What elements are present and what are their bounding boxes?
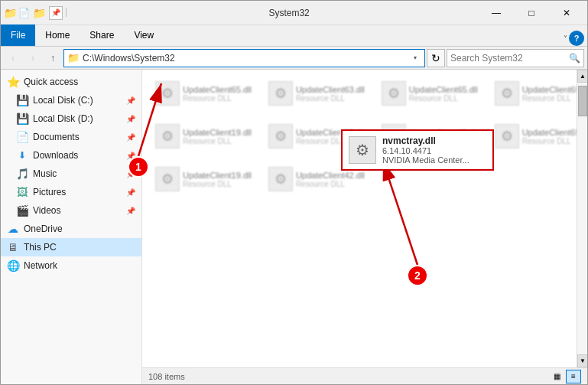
sidebar-item-downloads[interactable]: ⬇ Downloads 📌 (1, 146, 141, 165)
sidebar-label-documents: Documents (33, 132, 80, 142)
music-icon: 🎵 (16, 168, 28, 180)
pin-music-icon: 📌 (126, 170, 135, 178)
nvmctray-info: nvmctray.dll 6.14.10.4471 NVIDIA Media C… (382, 135, 469, 165)
dll-icon: ⚙ (268, 167, 293, 191)
local-disk-d-icon: 💾 (16, 113, 28, 125)
address-bar: ‹ › ↑ 📁 C:\Windows\System32 ▾ ↻ 🔍 (1, 47, 587, 70)
sidebar-item-documents[interactable]: 📄 Documents 📌 (1, 128, 141, 146)
sidebar-item-this-pc[interactable]: 🖥 This PC (1, 238, 141, 256)
sidebar-label-local-disk-c: Local Disk (C:) (33, 95, 93, 106)
file-item[interactable]: ⚙ UpdateClient65.dll Resource DLL (375, 76, 485, 116)
file-item[interactable]: ⚙ UpdateClient65.dll Resource DLL (488, 76, 577, 116)
scroll-thumb[interactable] (578, 86, 587, 116)
file-item[interactable]: ⚙ UpdateClient19.dll Resource DLL (148, 162, 258, 201)
dll-icon: ⚙ (268, 81, 293, 106)
address-folder-icon: 📁 (67, 52, 80, 64)
title-bar-controls: — □ ✕ (479, 1, 584, 25)
pin-downloads-icon: 📌 (126, 152, 135, 160)
file-item[interactable]: ⚙ UpdateClient65.dll Resource DLL (488, 119, 577, 158)
pin-docs-icon: 📌 (126, 133, 135, 142)
ribbon-tabs: File Home Share View ˅ ? (1, 25, 587, 47)
dll-icon: ⚙ (268, 124, 293, 148)
minimize-button[interactable]: — (479, 1, 514, 25)
scroll-up-button[interactable]: ▲ (577, 70, 587, 83)
dll-icon: ⚙ (155, 124, 180, 148)
back-button[interactable]: ‹ (4, 49, 22, 67)
sidebar-label-onedrive: OneDrive (24, 223, 63, 234)
sidebar-label-downloads: Downloads (33, 150, 78, 161)
file-grid: ⚙ UpdateClient65.dll Resource DLL ⚙ Upda… (142, 70, 577, 367)
sidebar-label-videos: Videos (33, 205, 60, 216)
item-count: 108 items (148, 372, 185, 381)
ribbon-chevron-icon[interactable]: ˅ (564, 34, 567, 43)
qs-separator: | (65, 6, 67, 20)
sidebar-label-music: Music (33, 168, 57, 179)
file-item[interactable]: ⚙ UpdateClient63.dll Resource DLL (262, 76, 372, 116)
pin-pictures-icon: 📌 (126, 188, 135, 197)
downloads-icon: ⬇ (16, 149, 28, 162)
scroll-track (577, 83, 587, 354)
search-icon-button[interactable]: 🔍 (568, 52, 580, 64)
main-area: ⭐ Quick access 💾 Local Disk (C:) 📌 💾 Loc… (1, 70, 587, 384)
sidebar-item-videos[interactable]: 🎬 Videos 📌 (1, 201, 141, 220)
nvmctray-desc: NVIDIA Media Center... (382, 155, 469, 165)
ribbon-right-controls: ˅ ? (564, 31, 587, 46)
tab-share[interactable]: Share (80, 24, 124, 46)
title-qs-icons: 📌 | (49, 6, 69, 20)
content-area: ⚙ UpdateClient65.dll Resource DLL ⚙ Upda… (142, 70, 587, 384)
tab-home[interactable]: Home (35, 24, 80, 46)
refresh-button[interactable]: ↻ (427, 49, 445, 67)
tab-view[interactable]: View (124, 24, 164, 46)
title-bar: 📁 📄 📁 📌 | System32 — □ ✕ (1, 1, 587, 25)
pin-videos-icon: 📌 (126, 207, 135, 215)
window-doc-icon: 📄 (18, 8, 30, 18)
file-explorer-window: 📁 📄 📁 📌 | System32 — □ ✕ File Home Share… (0, 0, 588, 385)
status-view-controls: ▦ ≡ (549, 370, 581, 383)
view-icons-button[interactable]: ▦ (549, 370, 564, 383)
dll-icon: ⚙ (382, 81, 406, 106)
sidebar: ⭐ Quick access 💾 Local Disk (C:) 📌 💾 Loc… (1, 70, 142, 384)
nvmctray-version: 6.14.10.4471 (382, 146, 469, 155)
search-wrap: 🔍 (447, 49, 584, 67)
title-bar-icons: 📁 📄 📁 (4, 7, 46, 19)
sidebar-label-local-disk-d: Local Disk (D:) (33, 113, 93, 124)
forward-button[interactable]: › (24, 49, 42, 67)
up-button[interactable]: ↑ (44, 49, 62, 67)
sidebar-item-local-disk-c[interactable]: 💾 Local Disk (C:) 📌 (1, 91, 141, 109)
quick-access-icon: ⭐ (7, 76, 19, 88)
sidebar-item-quick-access[interactable]: ⭐ Quick access (1, 73, 141, 91)
documents-icon: 📄 (16, 131, 28, 143)
sidebar-item-music[interactable]: 🎵 Music 📌 (1, 165, 141, 183)
scrollbar: ▲ ▼ (577, 70, 587, 367)
search-input[interactable] (450, 53, 568, 64)
file-item[interactable]: ⚙ UpdateClient19.dll Resource DLL (148, 119, 258, 158)
file-item[interactable]: ⚙ UpdateClient65.dll Resource DLL (148, 76, 258, 116)
window-folder2-icon: 📁 (33, 7, 46, 19)
nvmctray-icon: ⚙ (349, 136, 376, 164)
local-disk-c-icon: 💾 (16, 94, 28, 106)
tab-file[interactable]: File (1, 24, 35, 46)
this-pc-icon: 🖥 (7, 241, 19, 253)
pin-d-icon: 📌 (126, 115, 135, 123)
sidebar-item-network[interactable]: 🌐 Network (1, 256, 141, 275)
sidebar-item-local-disk-d[interactable]: 💾 Local Disk (D:) 📌 (1, 109, 141, 128)
address-text: C:\Windows\System32 (83, 53, 409, 64)
scroll-down-button[interactable]: ▼ (577, 354, 587, 367)
videos-icon: 🎬 (16, 204, 28, 217)
ribbon: File Home Share View ˅ ? (1, 25, 587, 47)
window-folder-icon: 📁 (4, 7, 17, 19)
nvmctray-name: nvmctray.dll (382, 135, 469, 146)
pictures-icon: 🖼 (16, 186, 28, 198)
onedrive-icon: ☁ (7, 223, 19, 235)
status-bar: 108 items ▦ ≡ (142, 367, 587, 384)
help-button[interactable]: ? (569, 31, 584, 46)
close-button[interactable]: ✕ (549, 1, 584, 25)
view-list-button[interactable]: ≡ (566, 370, 581, 383)
sidebar-label-pictures: Pictures (33, 187, 66, 197)
sidebar-item-pictures[interactable]: 🖼 Pictures 📌 (1, 183, 141, 201)
qs-pin-btn[interactable]: 📌 (49, 6, 63, 20)
sidebar-item-onedrive[interactable]: ☁ OneDrive (1, 220, 141, 238)
maximize-button[interactable]: □ (514, 1, 549, 25)
highlighted-file-item[interactable]: ⚙ nvmctray.dll 6.14.10.4471 NVIDIA Media… (341, 129, 494, 171)
address-dropdown-button[interactable]: ▾ (409, 49, 421, 67)
